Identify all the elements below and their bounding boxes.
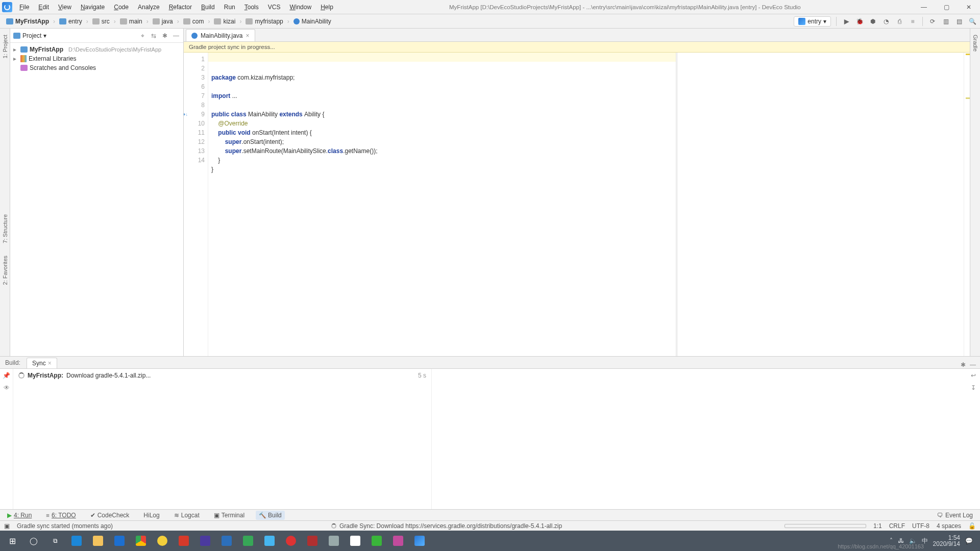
tool-tab-terminal[interactable]: ▣ Terminal xyxy=(211,511,248,520)
taskbar-app-explorer[interactable] xyxy=(89,533,107,549)
expand-all-button[interactable]: ⇆ xyxy=(150,32,158,40)
build-tree[interactable]: MyFristApp: Download gradle-5.4.1-all.zi… xyxy=(13,369,432,509)
tool-tab-structure[interactable]: 7: Structure xyxy=(2,214,8,243)
menu-tools[interactable]: Tools xyxy=(240,2,263,13)
breadcrumb-java[interactable]: java xyxy=(150,17,176,26)
taskbar-app-shield[interactable] xyxy=(346,533,364,549)
breadcrumb-project[interactable]: MyFristApp xyxy=(3,17,52,26)
taskbar-app-red[interactable] xyxy=(175,533,193,549)
tray-ime-icon[interactable]: 中 xyxy=(922,537,928,545)
build-settings-button[interactable]: ✱ xyxy=(961,361,966,368)
tree-row-project-root[interactable]: ▸ MyFristApp D:\DevEcoStudioProjects\MyF… xyxy=(13,45,180,54)
search-everywhere-button[interactable]: 🔍 xyxy=(968,17,977,26)
tool-tab-run[interactable]: ▶4: Run xyxy=(4,511,35,520)
tool-tab-logcat[interactable]: ≋ Logcat xyxy=(171,511,203,520)
tool-tab-hilog[interactable]: HiLog xyxy=(140,511,162,520)
status-readonly-icon[interactable]: 🔓 xyxy=(968,522,976,530)
close-sync-tab-button[interactable]: × xyxy=(48,360,52,367)
tray-chevron-up-icon[interactable]: ˄ xyxy=(890,537,893,544)
status-square-icon[interactable]: ▣ xyxy=(4,522,10,530)
task-view-button[interactable]: ⧉ xyxy=(46,533,64,549)
project-structure-button[interactable]: ▥ xyxy=(941,17,950,26)
taskbar-app-edge[interactable] xyxy=(67,533,86,549)
taskbar-app-grey[interactable] xyxy=(325,533,343,549)
status-indent[interactable]: 4 spaces xyxy=(937,522,961,530)
editor-error-stripe[interactable] xyxy=(964,53,970,356)
tool-tab-favorites[interactable]: 2: Favorites xyxy=(2,256,8,285)
window-maximize-button[interactable]: ▢ xyxy=(935,0,958,14)
menu-run[interactable]: Run xyxy=(220,2,239,13)
build-tab-sync[interactable]: Sync× xyxy=(27,358,57,368)
breadcrumb-entry[interactable]: entry xyxy=(56,17,85,26)
breadcrumb-com[interactable]: com xyxy=(180,17,207,26)
code-editor[interactable]: package com.kizai.myfristapp; import ...… xyxy=(208,53,676,356)
tree-row-external-libraries[interactable]: ▸ External Libraries xyxy=(13,54,180,63)
start-button[interactable]: ⊞ xyxy=(3,533,21,549)
build-hide-button[interactable]: — xyxy=(970,361,976,368)
tool-tab-event-log[interactable]: 🗨 Event Log xyxy=(934,511,976,520)
window-minimize-button[interactable]: — xyxy=(913,0,935,14)
taskbar-app-purple[interactable] xyxy=(196,533,214,549)
menu-vcs[interactable]: VCS xyxy=(264,2,285,13)
menu-edit[interactable]: Edit xyxy=(34,2,53,13)
menu-refactor[interactable]: Refactor xyxy=(165,2,196,13)
build-output-area[interactable] xyxy=(432,369,967,509)
menu-code[interactable]: Code xyxy=(110,2,133,13)
tray-network-icon[interactable]: 🖧 xyxy=(898,537,904,544)
pin-button[interactable]: 📌 xyxy=(3,372,10,379)
taskbar-app-crimson[interactable] xyxy=(303,533,322,549)
build-row-download[interactable]: MyFristApp: Download gradle-5.4.1-all.zi… xyxy=(18,372,426,379)
menu-file[interactable]: File xyxy=(15,2,33,13)
profile-button[interactable]: ◔ xyxy=(881,17,891,26)
attach-button[interactable]: ⎙ xyxy=(895,17,904,26)
editor-tab-mainability[interactable]: MainAbility.java × xyxy=(186,29,255,41)
run-config-selector[interactable]: entry ▾ xyxy=(794,16,831,27)
filter-button[interactable]: 👁 xyxy=(4,384,10,391)
coverage-button[interactable]: ⬢ xyxy=(868,17,877,26)
expand-arrow-icon[interactable]: ▸ xyxy=(13,46,18,53)
taskbar-app-yellow[interactable] xyxy=(153,533,172,549)
editor-gutter[interactable]: 1 2 3 6 7 8 9 10 11 12 13 14 xyxy=(184,53,208,356)
breadcrumb-myfristapp[interactable]: myfristapp xyxy=(242,17,286,26)
run-button[interactable]: ▶ xyxy=(842,17,851,26)
debug-button[interactable]: 🐞 xyxy=(855,17,864,26)
cortana-button[interactable]: ◯ xyxy=(24,533,43,549)
breadcrumb-class[interactable]: MainAbility xyxy=(290,17,334,26)
taskbar-app-mail[interactable] xyxy=(110,533,129,549)
soft-wrap-button[interactable]: ↩ xyxy=(971,372,976,379)
scroll-to-end-button[interactable]: ↧ xyxy=(971,384,976,391)
window-close-button[interactable]: ✕ xyxy=(958,0,980,14)
expand-arrow-icon[interactable]: ▸ xyxy=(13,55,18,62)
status-caret-pos[interactable]: 1:1 xyxy=(873,522,882,530)
taskbar-app-chrome[interactable] xyxy=(132,533,150,549)
tool-tab-build[interactable]: 🔨 Build xyxy=(256,511,285,520)
taskbar-app-deveco[interactable] xyxy=(410,533,429,549)
menu-view[interactable]: View xyxy=(54,2,76,13)
stop-button[interactable]: ■ xyxy=(908,17,917,26)
tray-volume-icon[interactable]: 🔈 xyxy=(909,537,917,544)
menu-analyze[interactable]: Analyze xyxy=(134,2,164,13)
close-tab-button[interactable]: × xyxy=(246,32,249,39)
tree-row-scratches[interactable]: Scratches and Consoles xyxy=(13,63,180,72)
project-view-selector[interactable]: Project ▾ xyxy=(13,32,46,39)
breadcrumb-src[interactable]: src xyxy=(89,17,113,26)
taskbar-app-wechat[interactable] xyxy=(368,533,386,549)
tray-clock[interactable]: 1:54 2020/9/14 xyxy=(933,535,960,547)
taskbar-app-flutter[interactable] xyxy=(260,533,279,549)
menu-window[interactable]: Window xyxy=(285,2,315,13)
breadcrumb-kizai[interactable]: kizai xyxy=(211,17,238,26)
tool-tab-codecheck[interactable]: ✔ CodeCheck xyxy=(87,511,133,520)
vcs-update-button[interactable]: ⟳ xyxy=(928,17,937,26)
menu-navigate[interactable]: Navigate xyxy=(77,2,109,13)
status-line-sep[interactable]: CRLF xyxy=(889,522,905,530)
tool-tab-todo[interactable]: ≡ 6: TODO xyxy=(43,511,79,520)
tray-notifications-icon[interactable]: 💬 xyxy=(965,537,973,544)
taskbar-app-green[interactable] xyxy=(239,533,257,549)
settings-button[interactable]: ✱ xyxy=(161,32,169,40)
taskbar-app-pink[interactable] xyxy=(389,533,407,549)
status-progress-bar[interactable] xyxy=(785,524,866,528)
menu-help[interactable]: Help xyxy=(316,2,337,13)
status-encoding[interactable]: UTF-8 xyxy=(912,522,929,530)
taskbar-app-store[interactable] xyxy=(217,533,236,549)
tool-tab-gradle[interactable]: Gradle xyxy=(972,35,978,52)
